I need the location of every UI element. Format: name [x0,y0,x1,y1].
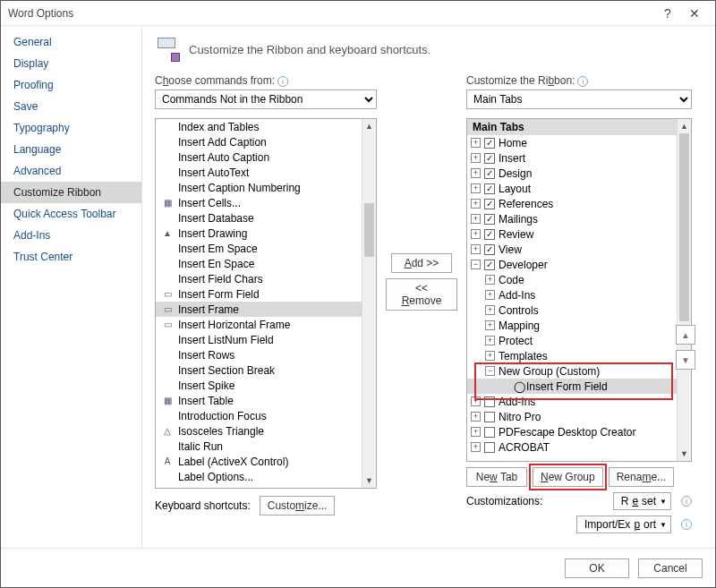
expand-icon[interactable]: + [485,320,495,330]
tab-acrobat[interactable]: +ACROBAT [467,439,677,455]
group-controls[interactable]: +Controls [467,303,677,318]
scroll-down-icon[interactable]: ▼ [362,473,376,488]
expand-icon[interactable]: − [471,260,481,269]
info-icon[interactable]: i [277,76,288,87]
import-export-button[interactable]: Import/Export ▼ [576,516,671,533]
checkbox[interactable] [484,442,495,453]
expand-icon[interactable]: + [471,138,481,148]
new-tab-button[interactable]: New Tab [466,467,527,487]
group-protect[interactable]: +Protect [467,333,677,348]
checkbox[interactable]: ✓ [484,183,495,194]
expand-icon[interactable]: + [471,214,481,224]
expand-icon[interactable]: + [471,427,481,437]
command-item[interactable]: ▭Insert Frame [156,302,362,317]
scroll-thumb[interactable] [364,203,374,257]
sidebar-item-trust-center[interactable]: Trust Center [1,246,141,268]
expand-icon[interactable]: + [471,168,481,178]
sidebar-item-add-ins[interactable]: Add-Ins [1,225,141,246]
command-item[interactable]: ▭Insert Form Field [156,286,362,302]
command-item[interactable]: Insert Section Break [156,362,362,378]
expand-icon[interactable]: + [471,396,481,406]
command-item[interactable]: Insert Database [156,210,362,226]
help-button[interactable]: ? [654,6,681,21]
scroll-down-icon[interactable]: ▼ [678,447,691,461]
command-item[interactable]: Label Options... [156,469,362,484]
checkbox[interactable]: ✓ [484,153,495,164]
tab-design[interactable]: +✓Design [467,166,677,181]
checkbox[interactable] [484,396,495,407]
sidebar-item-customize-ribbon[interactable]: Customize Ribbon [1,182,141,203]
tab-references[interactable]: +✓References [467,196,677,211]
customize-keyboard-button[interactable]: Customize... [260,496,336,516]
ok-button[interactable]: OK [565,558,629,578]
tab-nitro-pro[interactable]: +Nitro Pro [467,409,677,424]
command-item[interactable]: Index and Tables [156,119,362,134]
command-item[interactable]: Insert En Space [156,256,362,271]
expand-icon[interactable]: + [471,199,481,209]
command-item[interactable]: Insert Field Chars [156,271,362,286]
group-code[interactable]: +Code [467,272,677,287]
sidebar-item-save[interactable]: Save [1,96,141,117]
command-item[interactable]: ▦Insert Cells... [156,195,362,210]
new-group-button[interactable]: New Group [533,467,603,487]
info-icon[interactable]: i [577,76,588,87]
command-item[interactable]: ▭Insert Horizontal Frame [156,317,362,332]
info-icon[interactable]: i [681,519,692,530]
tab-review[interactable]: +✓Review [467,226,677,242]
command-item[interactable]: Insert Em Space [156,241,362,256]
tab-layout[interactable]: +✓Layout [467,181,677,196]
command-item[interactable]: Insert Auto Caption [156,149,362,165]
command-item[interactable]: ▦Insert Table [156,393,362,408]
expand-icon[interactable]: + [485,351,495,361]
expand-icon[interactable]: − [485,366,495,376]
expand-icon[interactable]: + [471,244,481,254]
checkbox[interactable] [484,412,495,422]
command-item[interactable]: △Isosceles Triangle [156,423,362,439]
command-item[interactable]: Insert Spike [156,378,362,393]
scroll-thumb[interactable] [679,133,689,321]
command-item[interactable]: Insert ListNum Field [156,332,362,347]
scroll-up-icon[interactable]: ▲ [362,119,376,133]
checkbox[interactable]: ✓ [484,168,495,179]
sidebar-item-display[interactable]: Display [1,53,141,74]
choose-commands-dropdown[interactable]: Commands Not in the Ribbon [155,89,377,109]
add-button[interactable]: Add >> [391,253,452,273]
tab-add-ins[interactable]: +Add-Ins [467,394,677,409]
expand-icon[interactable]: + [471,153,481,163]
tab-pdfescape-desktop-creator[interactable]: +PDFescape Desktop Creator [467,424,677,439]
sidebar-item-general[interactable]: General [1,31,141,53]
group-templates[interactable]: +Templates [467,348,677,363]
expand-icon[interactable]: + [485,290,495,300]
group-add-ins[interactable]: +Add-Ins [467,287,677,303]
group-mapping[interactable]: +Mapping [467,318,677,333]
custom-group-item[interactable]: ◯ Insert Form Field [467,379,677,394]
command-item[interactable]: Language [156,484,362,488]
command-item[interactable]: Insert Rows [156,347,362,362]
expand-icon[interactable]: + [471,229,481,239]
scrollbar[interactable]: ▲ ▼ [677,119,691,461]
move-up-button[interactable]: ▲ [676,325,695,345]
checkbox[interactable]: ✓ [484,244,495,255]
checkbox[interactable]: ✓ [484,214,495,225]
sidebar-item-language[interactable]: Language [1,139,141,160]
ribbon-dropdown[interactable]: Main Tabs [466,89,692,109]
command-item[interactable]: Introduction Focus [156,408,362,423]
command-item[interactable]: ▲Insert Drawing [156,226,362,241]
cancel-button[interactable]: Cancel [638,558,703,578]
expand-icon[interactable]: + [485,275,495,285]
checkbox[interactable]: ✓ [484,138,495,149]
commands-listbox[interactable]: Index and TablesInsert Add CaptionInsert… [155,118,377,489]
custom-group[interactable]: −New Group (Custom) [467,363,677,379]
rename-button[interactable]: Rename... [609,467,674,487]
info-icon[interactable]: i [681,496,692,507]
command-item[interactable]: Insert AutoText [156,165,362,180]
checkbox[interactable]: ✓ [484,199,495,209]
tab-home[interactable]: +✓Home [467,135,677,150]
move-down-button[interactable]: ▼ [676,350,695,370]
expand-icon[interactable]: + [471,183,481,193]
expand-icon[interactable]: + [471,442,481,452]
tab-mailings[interactable]: +✓Mailings [467,211,677,226]
scroll-up-icon[interactable]: ▲ [678,119,691,133]
sidebar-item-typography[interactable]: Typography [1,117,141,139]
scrollbar[interactable]: ▲ ▼ [362,119,376,488]
